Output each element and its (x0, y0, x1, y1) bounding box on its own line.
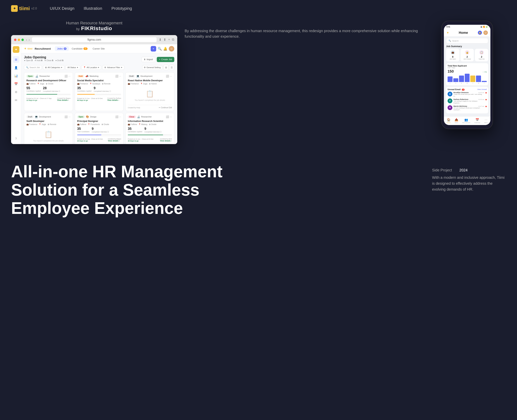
email-item[interactable]: B Brooklyn Simmons 13:45 am I hope this … (448, 92, 487, 97)
mobile-nav-more[interactable]: ⋯ More (484, 118, 488, 124)
fullscreen-dot[interactable] (22, 39, 24, 41)
nav-icon: 🏠 (447, 118, 451, 121)
summary-card: 📋 2 Total Job (475, 49, 488, 61)
sidebar-icon-chart[interactable]: 📊 (13, 72, 19, 79)
download-icon[interactable]: ⬇ (159, 38, 162, 42)
mobile-nav-calendar[interactable]: 📅 Calendar (474, 118, 480, 124)
mobile-nav-home[interactable]: 🏠 Home (447, 118, 451, 124)
email-content: Darlene Robertson 13:46 am I am writing … (453, 98, 484, 104)
email-preview: I hope this email finds you well. I am w… (453, 93, 484, 97)
list-view-button[interactable]: ☰ (169, 65, 174, 70)
card-actions[interactable]: ⬜ ··· (64, 115, 71, 118)
job-type: 💼 Freelance (26, 123, 37, 125)
mobile-mockup: 9:41 ▶ 📶 🔋 ✦ Home 🔔 U 🔍 Search (441, 21, 493, 129)
sidebar-icon-home[interactable]: ⊞ (13, 56, 19, 63)
user-avatar[interactable]: U (169, 46, 174, 52)
general-settings-btn[interactable]: ⚙ General Setting (142, 65, 162, 70)
bar-label: T (484, 82, 485, 84)
sidebar-icon-help[interactable]: ? (13, 135, 19, 142)
sidebar-icon-users[interactable]: 👤 (13, 64, 19, 71)
nav-link-prototyping[interactable]: Prototyping (111, 6, 132, 11)
tab-candidate[interactable]: Candidate 40 (69, 46, 89, 51)
dept-icon: 💻 (136, 75, 139, 78)
side-project-label: Side Project (432, 168, 452, 172)
mobile-nav-inbox[interactable]: 📥 Inbox (455, 118, 458, 124)
minimize-dot[interactable] (18, 39, 20, 41)
applicants-change: ↑ +76 (483, 71, 487, 73)
dept-icon: 🔬 (35, 75, 38, 78)
search-icon-filter: 🔍 (26, 66, 29, 69)
card-actions[interactable]: ⬜ ··· (166, 75, 172, 78)
bar-chart: F S S M T W T (448, 75, 487, 84)
bar-column: S (459, 75, 464, 84)
browser-traffic-lights (14, 39, 24, 41)
view-unread-link[interactable]: View Unread (477, 89, 487, 90)
import-button[interactable]: ⬇ Import (141, 57, 155, 62)
app-logo-text: tiimi (28, 47, 32, 50)
url-bar[interactable]: figma.com (32, 37, 157, 42)
mobile-search-icon: 🔍 (449, 39, 451, 42)
nav-label: Recruitment (462, 122, 470, 124)
status-open: ● Open 3 (24, 59, 32, 61)
duplicate-icon[interactable]: ⧉ (172, 38, 174, 42)
category-filter[interactable]: ⊞ All Categories ▾ (43, 65, 64, 70)
sidebar-icon-mail[interactable]: ✉ (13, 97, 19, 104)
nav-link-illustration[interactable]: Illustration (84, 6, 102, 11)
job-card: Draft 💻 Development ⬜ ··· Swift Develope… (24, 113, 73, 144)
email-item[interactable]: D Darlene Robertson 13:46 am I am writin… (448, 98, 487, 104)
dept-name: Researcher (141, 116, 152, 118)
hero-studio: by FIKRIstudio (11, 25, 177, 31)
card-actions[interactable]: ⬜ ··· (166, 115, 172, 118)
tab-career-site[interactable]: Career Site (90, 46, 107, 51)
top-area: Human Resource Management by FIKRIstudio… (0, 17, 517, 148)
share-icon[interactable]: ⬆ (163, 38, 166, 42)
nav-link-uiux[interactable]: UI/UX Design (50, 6, 74, 11)
search-placeholder: Search Job (30, 66, 40, 68)
add-tab-icon[interactable]: + (168, 38, 170, 42)
status-filter[interactable]: All Status ▾ (65, 65, 80, 70)
create-job-button[interactable]: + Create Job (157, 57, 174, 62)
grid-view-button[interactable]: ⊞ (163, 65, 169, 70)
job-work-mode: 🖥 Onsite (101, 123, 109, 125)
mobile-nav-recruitment[interactable]: 👥 Recruitment (462, 118, 470, 124)
card-actions[interactable]: ⬜ ··· (115, 115, 121, 118)
job-status-badge: Close (128, 115, 136, 118)
advance-filter[interactable]: ⚙ Advance Filter ▾ (102, 65, 124, 70)
card-actions[interactable]: ⬜ ··· (115, 75, 121, 78)
mobile-notif-icon[interactable]: 🔔 (478, 31, 482, 35)
unread-email-section: Unread Email 3 View Unread B Brooklyn Si… (446, 87, 488, 113)
back-icon[interactable]: ‹ (26, 38, 27, 42)
dept-icon: 🔬 (137, 115, 140, 118)
nav-icon: ⋯ (485, 118, 487, 121)
location-filter[interactable]: 📍 All Location ▾ (81, 65, 101, 70)
card-actions[interactable]: ⬜ ··· (64, 75, 71, 78)
tab-jobs[interactable]: Jobs 8 (55, 46, 69, 51)
forward-icon[interactable]: › (29, 38, 30, 42)
bottom-section: All-in-one HR Management Solution for a … (0, 148, 517, 232)
job-location: 📍 Jogja (140, 83, 148, 85)
search-input-container[interactable]: 🔍 Search Job (24, 65, 42, 70)
mobile-time: 9:41 (446, 26, 450, 28)
notification-icon[interactable]: 🔔 (163, 47, 167, 51)
status-pills: ● Open 3 ● Hold 8 ● Close 5 ● Draft 5 (24, 59, 63, 61)
browser-bar: ‹ › figma.com ⬇ ⬆ + ⧉ (11, 35, 177, 44)
job-type: 💼 Freelance (128, 83, 139, 85)
job-location: 📍 Jogja (37, 83, 44, 85)
sidebar-icon-calendar[interactable]: 📅 (13, 81, 19, 87)
mobile-search[interactable]: 🔍 Search (446, 38, 488, 43)
email-item[interactable]: M Marvin McKinney 13:47 am Are you looki… (448, 105, 487, 111)
job-type: 💼 Fulltime (77, 123, 86, 125)
close-dot[interactable] (14, 39, 16, 41)
bar (476, 75, 481, 82)
studio-name: FIKRIstudio (81, 25, 112, 31)
job-status-badge: Open (26, 75, 34, 78)
mobile-avatar[interactable]: U (483, 30, 488, 35)
brand-logo: ✦ tiimi v2.0 (11, 5, 37, 12)
sidebar-icon-settings[interactable]: ⚙ (13, 89, 19, 95)
add-button[interactable]: + (151, 46, 156, 52)
bar-column: F (448, 76, 453, 84)
email-preview: Are you looking to boost your company's … (453, 107, 484, 111)
bar-label: S (461, 82, 462, 84)
search-icon[interactable]: 🔍 (158, 47, 162, 51)
chevron-down-icon: ▾ (98, 66, 99, 69)
